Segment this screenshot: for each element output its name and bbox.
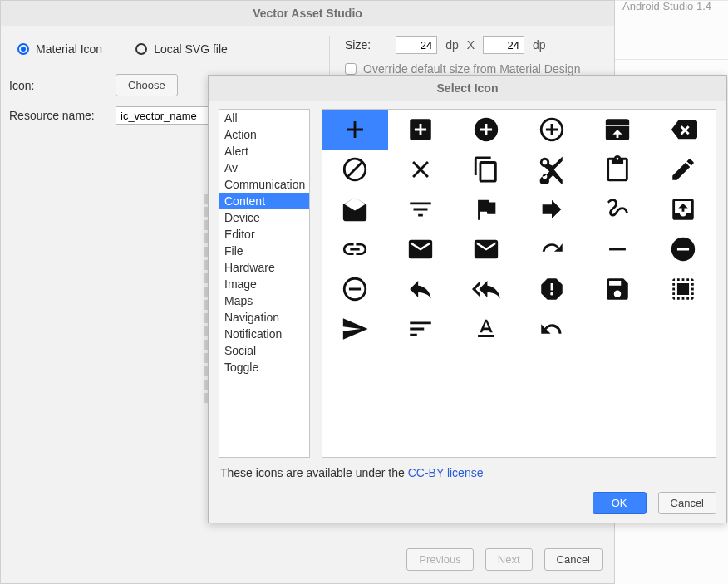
radio-dot-icon — [135, 43, 147, 55]
remove-circle-icon[interactable] — [650, 229, 716, 269]
category-item-navigation[interactable]: Navigation — [219, 309, 309, 326]
mail-icon[interactable] — [388, 229, 454, 269]
text-format-icon[interactable] — [454, 309, 519, 349]
license-prefix: These icons are available under the — [220, 466, 408, 479]
size-height-input[interactable] — [483, 36, 524, 54]
modal-cancel-button[interactable]: Cancel — [658, 492, 716, 514]
next-button[interactable]: Next — [485, 548, 533, 571]
choose-button[interactable]: Choose — [116, 74, 178, 96]
category-item-toggle[interactable]: Toggle — [219, 359, 309, 375]
select-all-icon[interactable] — [650, 269, 716, 309]
drafts-icon[interactable] — [322, 189, 388, 229]
category-item-av[interactable]: Av — [219, 159, 309, 176]
category-item-maps[interactable]: Maps — [219, 292, 309, 309]
times-label: X — [467, 38, 475, 52]
category-item-alert[interactable]: Alert — [219, 143, 309, 159]
category-item-editor[interactable]: Editor — [219, 226, 309, 243]
license-notice: These icons are available under the CC-B… — [209, 458, 726, 479]
category-item-file[interactable]: File — [219, 243, 309, 259]
radio-svg-label: Local SVG file — [154, 42, 228, 56]
icon-label: Icon: — [9, 79, 101, 92]
filter-list-icon[interactable] — [388, 189, 454, 229]
add-circle-icon[interactable] — [454, 110, 519, 150]
icon-grid — [322, 109, 716, 458]
category-item-notification[interactable]: Notification — [219, 326, 309, 342]
previous-button[interactable]: Previous — [406, 548, 474, 571]
category-item-hardware[interactable]: Hardware — [219, 259, 309, 276]
undo-icon[interactable] — [519, 309, 585, 349]
category-item-communication[interactable]: Communication — [219, 176, 309, 193]
app-version-label: Android Studio 1.4 — [622, 0, 711, 12]
category-item-social[interactable]: Social — [219, 342, 309, 359]
category-item-image[interactable]: Image — [219, 276, 309, 292]
clear-icon[interactable] — [388, 150, 454, 189]
link-icon[interactable] — [322, 229, 388, 269]
content-copy-icon[interactable] — [454, 150, 519, 189]
redo-icon[interactable] — [519, 229, 585, 269]
cancel-button[interactable]: Cancel — [544, 548, 603, 571]
markunread-icon[interactable] — [454, 229, 519, 269]
override-label: Override default size from Material Desi… — [363, 62, 580, 76]
radio-dot-icon — [17, 43, 29, 55]
content-paste-icon[interactable] — [584, 150, 650, 189]
category-list[interactable]: AllActionAlertAvCommunicationContentDevi… — [219, 109, 310, 458]
create-icon[interactable] — [650, 150, 716, 189]
add-icon[interactable] — [322, 110, 388, 150]
resource-name-input[interactable] — [116, 106, 215, 125]
remove-icon[interactable] — [584, 229, 650, 269]
radio-local-svg[interactable]: Local SVG file — [135, 42, 228, 56]
size-label: Size: — [345, 38, 371, 52]
radio-material-label: Material Icon — [36, 42, 102, 56]
dp-label: dp — [445, 38, 459, 52]
reply-all-icon[interactable] — [454, 269, 519, 309]
flag-icon[interactable] — [454, 189, 519, 229]
backspace-icon[interactable] — [650, 110, 716, 150]
category-item-action[interactable]: Action — [219, 126, 309, 143]
forward-icon[interactable] — [519, 189, 585, 229]
dp-label: dp — [533, 38, 546, 52]
block-icon[interactable] — [322, 150, 388, 189]
resource-name-label: Resource name: — [9, 109, 101, 122]
size-width-input[interactable] — [396, 36, 437, 54]
reply-icon[interactable] — [388, 269, 454, 309]
send-icon[interactable] — [322, 309, 388, 349]
gesture-icon[interactable] — [584, 189, 650, 229]
content-cut-icon[interactable] — [519, 150, 585, 189]
modal-title: Select Icon — [209, 76, 726, 101]
archive-icon[interactable] — [584, 110, 650, 150]
save-icon[interactable] — [584, 269, 650, 309]
category-item-all[interactable]: All — [219, 110, 309, 126]
category-item-device[interactable]: Device — [219, 209, 309, 226]
select-icon-dialog: Select Icon AllActionAlertAvCommunicatio… — [208, 75, 727, 523]
ok-button[interactable]: OK — [593, 492, 647, 514]
remove-circle-outline-icon[interactable] — [322, 269, 388, 309]
override-checkbox[interactable] — [345, 63, 357, 75]
category-item-content[interactable]: Content — [219, 193, 309, 209]
inbox-icon[interactable] — [650, 189, 716, 229]
add-box-icon[interactable] — [388, 110, 454, 150]
add-circle-outline-icon[interactable] — [519, 110, 585, 150]
radio-material-icon[interactable]: Material Icon — [17, 42, 102, 56]
report-icon[interactable] — [519, 269, 585, 309]
sort-icon[interactable] — [388, 309, 454, 349]
license-link[interactable]: CC-BY license — [408, 466, 484, 479]
main-title: Vector Asset Studio — [1, 1, 614, 26]
